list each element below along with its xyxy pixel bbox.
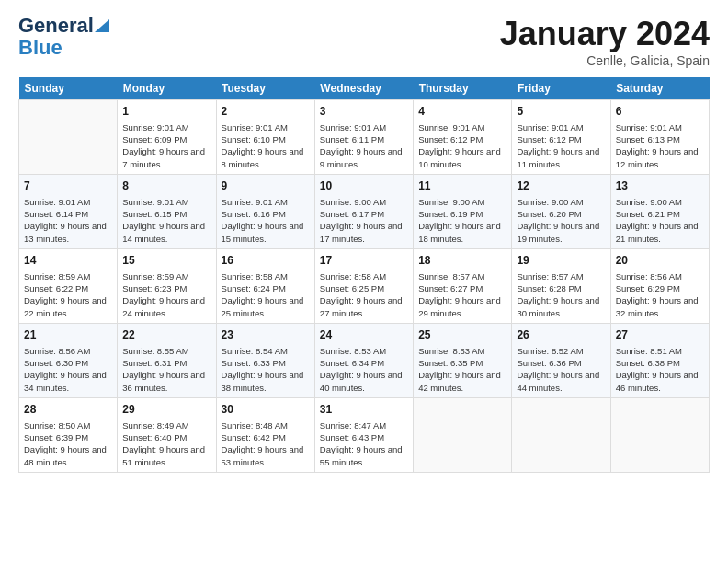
- sunrise-time: Sunrise: 8:53 AM: [320, 346, 386, 356]
- sunrise-time: Sunrise: 9:00 AM: [320, 197, 386, 207]
- day-number: 4: [418, 104, 506, 120]
- cell-w4-d2: 30Sunrise: 8:48 AMSunset: 6:42 PMDayligh…: [216, 397, 314, 472]
- cell-w2-d5: 19Sunrise: 8:57 AMSunset: 6:28 PMDayligh…: [512, 248, 610, 323]
- day-number: 31: [320, 402, 408, 418]
- daylight-hours: Daylight: 9 hours and 46 minutes.: [616, 370, 699, 392]
- sunrise-time: Sunrise: 9:01 AM: [122, 122, 188, 132]
- sunset-time: Sunset: 6:16 PM: [222, 209, 286, 219]
- daylight-hours: Daylight: 9 hours and 51 minutes.: [122, 444, 205, 466]
- cell-w4-d3: 31Sunrise: 8:47 AMSunset: 6:43 PMDayligh…: [314, 397, 413, 472]
- cell-w1-d2: 9Sunrise: 9:01 AMSunset: 6:16 PMDaylight…: [216, 174, 314, 248]
- cell-w0-d6: 6Sunrise: 9:01 AMSunset: 6:13 PMDaylight…: [610, 100, 709, 175]
- sunset-time: Sunset: 6:25 PM: [320, 283, 384, 293]
- daylight-hours: Daylight: 9 hours and 22 minutes.: [24, 295, 107, 317]
- cell-w3-d2: 23Sunrise: 8:54 AMSunset: 6:33 PMDayligh…: [216, 323, 314, 397]
- day-number: 13: [616, 178, 704, 194]
- daylight-hours: Daylight: 9 hours and 13 minutes.: [24, 221, 107, 243]
- sunset-time: Sunset: 6:35 PM: [418, 358, 483, 368]
- week-row-3: 21Sunrise: 8:56 AMSunset: 6:30 PMDayligh…: [19, 323, 710, 397]
- cell-w3-d5: 26Sunrise: 8:52 AMSunset: 6:36 PMDayligh…: [512, 323, 610, 397]
- logo-blue: Blue: [18, 37, 63, 59]
- day-number: 30: [222, 402, 310, 418]
- sunset-time: Sunset: 6:28 PM: [517, 283, 581, 293]
- daylight-hours: Daylight: 9 hours and 11 minutes.: [517, 146, 599, 168]
- daylight-hours: Daylight: 9 hours and 18 minutes.: [418, 221, 501, 243]
- header: General Blue January 2024 Cenlle, Galici…: [18, 15, 710, 68]
- cell-w4-d6: [610, 397, 709, 472]
- sunrise-time: Sunrise: 9:01 AM: [616, 122, 682, 132]
- header-friday: Friday: [512, 77, 610, 100]
- month-title: January 2024: [500, 15, 710, 53]
- cell-w3-d3: 24Sunrise: 8:53 AMSunset: 6:34 PMDayligh…: [314, 323, 413, 397]
- cell-w2-d6: 20Sunrise: 8:56 AMSunset: 6:29 PMDayligh…: [610, 248, 709, 323]
- cell-w1-d0: 7Sunrise: 9:01 AMSunset: 6:14 PMDaylight…: [19, 174, 118, 248]
- day-number: 15: [122, 253, 210, 269]
- cell-w2-d4: 18Sunrise: 8:57 AMSunset: 6:27 PMDayligh…: [414, 248, 512, 323]
- daylight-hours: Daylight: 9 hours and 17 minutes.: [320, 221, 403, 243]
- daylight-hours: Daylight: 9 hours and 53 minutes.: [222, 444, 304, 466]
- day-number: 14: [24, 253, 112, 269]
- header-saturday: Saturday: [610, 77, 709, 100]
- daylight-hours: Daylight: 9 hours and 40 minutes.: [320, 370, 403, 392]
- day-number: 26: [517, 327, 605, 343]
- header-sunday: Sunday: [19, 77, 118, 100]
- cell-w1-d6: 13Sunrise: 9:00 AMSunset: 6:21 PMDayligh…: [610, 174, 709, 248]
- header-wednesday: Wednesday: [314, 77, 413, 100]
- sunrise-time: Sunrise: 8:47 AM: [320, 420, 386, 431]
- day-number: 3: [320, 104, 408, 120]
- sunrise-time: Sunrise: 8:58 AM: [222, 271, 288, 282]
- sunset-time: Sunset: 6:12 PM: [418, 134, 483, 144]
- daylight-hours: Daylight: 9 hours and 27 minutes.: [320, 295, 403, 317]
- sunrise-time: Sunrise: 8:53 AM: [418, 346, 484, 356]
- day-number: 7: [24, 178, 112, 194]
- sunrise-time: Sunrise: 8:57 AM: [418, 271, 484, 282]
- sunrise-time: Sunrise: 8:52 AM: [517, 346, 583, 356]
- sunset-time: Sunset: 6:38 PM: [616, 358, 680, 368]
- cell-w0-d4: 4Sunrise: 9:01 AMSunset: 6:12 PMDaylight…: [414, 100, 512, 175]
- logo-general: General: [18, 15, 94, 37]
- day-number: 24: [320, 327, 408, 343]
- daylight-hours: Daylight: 9 hours and 42 minutes.: [418, 370, 501, 392]
- sunset-time: Sunset: 6:15 PM: [122, 209, 187, 219]
- sunset-time: Sunset: 6:19 PM: [418, 209, 483, 219]
- logo-icon: [95, 16, 109, 32]
- sunset-time: Sunset: 6:23 PM: [122, 283, 187, 293]
- day-number: 18: [418, 253, 506, 269]
- day-number: 22: [122, 327, 210, 343]
- sunset-time: Sunset: 6:22 PM: [24, 283, 88, 293]
- sunset-time: Sunset: 6:33 PM: [222, 358, 286, 368]
- sunrise-time: Sunrise: 9:01 AM: [24, 197, 90, 207]
- day-number: 27: [616, 327, 704, 343]
- daylight-hours: Daylight: 9 hours and 10 minutes.: [418, 146, 501, 168]
- sunset-time: Sunset: 6:39 PM: [24, 432, 88, 442]
- week-row-4: 28Sunrise: 8:50 AMSunset: 6:39 PMDayligh…: [19, 397, 710, 472]
- cell-w0-d0: [19, 100, 118, 175]
- sunset-time: Sunset: 6:17 PM: [320, 209, 384, 219]
- day-number: 28: [24, 402, 112, 418]
- daylight-hours: Daylight: 9 hours and 15 minutes.: [222, 221, 304, 243]
- sunrise-time: Sunrise: 9:01 AM: [222, 122, 288, 132]
- cell-w1-d4: 11Sunrise: 9:00 AMSunset: 6:19 PMDayligh…: [414, 174, 512, 248]
- day-number: 16: [222, 253, 310, 269]
- daylight-hours: Daylight: 9 hours and 38 minutes.: [222, 370, 304, 392]
- daylight-hours: Daylight: 9 hours and 9 minutes.: [320, 146, 403, 168]
- day-number: 9: [222, 178, 310, 194]
- sunset-time: Sunset: 6:40 PM: [122, 432, 187, 442]
- sunrise-time: Sunrise: 8:56 AM: [24, 346, 90, 356]
- day-number: 11: [418, 178, 506, 194]
- sunset-time: Sunset: 6:43 PM: [320, 432, 384, 442]
- sunrise-time: Sunrise: 8:58 AM: [320, 271, 386, 282]
- cell-w4-d1: 29Sunrise: 8:49 AMSunset: 6:40 PMDayligh…: [118, 397, 216, 472]
- daylight-hours: Daylight: 9 hours and 44 minutes.: [517, 370, 599, 392]
- sunset-time: Sunset: 6:30 PM: [24, 358, 88, 368]
- daylight-hours: Daylight: 9 hours and 29 minutes.: [418, 295, 501, 317]
- cell-w4-d5: [512, 397, 610, 472]
- cell-w0-d2: 2Sunrise: 9:01 AMSunset: 6:10 PMDaylight…: [216, 100, 314, 175]
- cell-w2-d3: 17Sunrise: 8:58 AMSunset: 6:25 PMDayligh…: [314, 248, 413, 323]
- day-number: 19: [517, 253, 605, 269]
- sunrise-time: Sunrise: 9:00 AM: [616, 197, 682, 207]
- sunset-time: Sunset: 6:09 PM: [122, 134, 187, 144]
- sunset-time: Sunset: 6:34 PM: [320, 358, 384, 368]
- sunrise-time: Sunrise: 8:57 AM: [517, 271, 583, 282]
- sunset-time: Sunset: 6:21 PM: [616, 209, 680, 219]
